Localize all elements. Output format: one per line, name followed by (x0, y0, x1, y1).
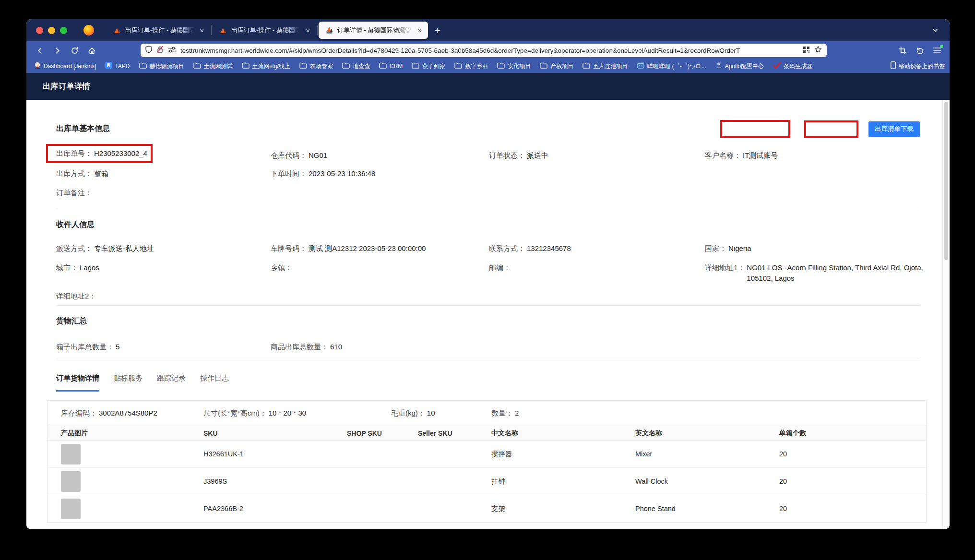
field-town: 乡镇： (271, 262, 489, 273)
field-city: 城市： Lagos (56, 262, 271, 273)
app-menu-button[interactable] (930, 44, 944, 57)
bookmark-folder[interactable]: CRM (379, 62, 403, 71)
tab-labeling-service[interactable]: 贴标服务 (114, 374, 143, 392)
field-total-boxes: 箱子出库总数量： 5 (56, 342, 271, 352)
annotation-box-order-no: 出库单号： H2305233002_4 (46, 144, 153, 163)
firefox-logo-icon (83, 25, 94, 36)
folder-icon (379, 62, 387, 71)
bookmark-tapd[interactable]: TAPD (105, 62, 130, 71)
permissions-icon[interactable] (168, 46, 176, 55)
field-country: 国家： Nigeria (705, 243, 920, 254)
tab-order-goods-detail[interactable]: 订单货物详情 (56, 374, 99, 392)
qr-extension-icon[interactable] (803, 46, 810, 55)
red-checkmark-icon (773, 62, 781, 71)
cell-sku: PAA2366B-2 (203, 505, 347, 512)
jenkins-icon (34, 62, 41, 71)
address-bar[interactable]: testtrunkwmsmgr.hart-worldwide.com/#/ski… (141, 44, 827, 57)
bookmark-folder[interactable]: 土流网stg/线上 (242, 62, 290, 71)
tab-close-icon[interactable]: × (304, 26, 311, 35)
page-title: 出库订单详情 (43, 82, 90, 92)
tab-close-icon[interactable]: × (198, 26, 205, 35)
header-actions: 出库清单下载 (720, 120, 920, 138)
folder-icon (299, 62, 307, 71)
mobile-bookmarks[interactable]: 移动设备上的书签 (891, 61, 945, 71)
folder-icon (412, 62, 419, 71)
section-title-summary: 货物汇总 (56, 316, 920, 326)
back-button[interactable] (33, 44, 47, 57)
bookmark-folder[interactable]: 赫德物流项目 (139, 62, 184, 71)
bookmark-barcode-generator[interactable]: 条码生成器 (773, 62, 812, 71)
tracking-protection-shield-icon[interactable] (145, 46, 152, 55)
tab-1[interactable]: 出库订单-操作 - 赫德国际物流管理 × (107, 22, 210, 39)
field-size: 尺寸(长*宽*高cm)： 10 * 20 * 30 (203, 408, 391, 418)
folder-icon (583, 62, 590, 71)
bookmark-folder[interactable]: 土流网测试 (193, 62, 233, 71)
window-zoom-button[interactable] (60, 27, 67, 34)
undo-restore-icon[interactable] (913, 44, 927, 57)
field-delivery-method: 派送方式： 专车派送-私人地址 (56, 243, 271, 254)
product-image-placeholder (61, 444, 81, 465)
bookmark-bilibili[interactable]: 哔哩哔哩 (゜-゜)つロ... (637, 62, 706, 71)
bookmark-folder[interactable]: 产权项目 (540, 62, 573, 71)
tab-separator (211, 25, 212, 35)
field-zip: 邮编： (489, 262, 705, 273)
cell-per-box: 20 (779, 505, 926, 512)
home-button[interactable] (85, 44, 98, 57)
field-total-items: 商品出库总数量： 610 (271, 342, 489, 352)
bilibili-icon (637, 62, 644, 71)
field-order-status: 订单状态： 派送中 (489, 150, 705, 161)
bookmark-folder[interactable]: 安化项目 (497, 62, 531, 71)
cell-sku: J3969S (203, 477, 347, 485)
tapd-icon (105, 62, 112, 71)
hart-logo-icon (113, 26, 121, 34)
tab-operation-log[interactable]: 操作日志 (200, 374, 229, 392)
new-tab-button[interactable]: + (435, 25, 440, 36)
field-plate-number: 车牌号码： 测试 测A12312 2023-05-23 00:00:00 (271, 243, 489, 254)
tab-3-active[interactable]: 订单详情 - 赫德国际物流管理系统 × (319, 22, 428, 39)
window-controls (36, 27, 67, 34)
url-input[interactable]: testtrunkwmsmgr.hart-worldwide.com/#/ski… (180, 47, 798, 54)
folder-icon (242, 62, 250, 71)
product-image-placeholder (61, 471, 81, 492)
window-minimize-button[interactable] (48, 27, 55, 34)
folder-icon (139, 62, 147, 71)
bookmark-folder[interactable]: 农场管家 (299, 62, 333, 71)
tab-overflow-chevron-icon[interactable] (931, 26, 939, 34)
field-warehouse-code: 仓库代码： NG01 (271, 150, 489, 161)
tab-close-icon[interactable]: × (416, 26, 423, 35)
annotation-box-1 (720, 120, 790, 138)
bookmark-folder[interactable]: 燕子到家 (412, 62, 445, 71)
field-contact: 联系方式： 13212345678 (489, 243, 705, 254)
bookmark-folder[interactable]: 数字乡村 (454, 62, 488, 71)
tab-title: 出库订单-操作 - 赫德国际物流管理 (125, 26, 194, 35)
window-close-button[interactable] (36, 27, 43, 34)
tab-tracking-record[interactable]: 跟踪记录 (157, 374, 186, 392)
reload-button[interactable] (68, 44, 81, 57)
goods-group-box: 库存编码： 3002A8754S80P2 尺寸(长*宽*高cm)： 10 * 2… (47, 400, 927, 523)
bookmarks-toolbar: Dashboard [Jenkins] TAPD 赫德物流项目 土流网测试 土流… (26, 60, 950, 73)
bookmark-apollo[interactable]: Apollo配置中心 (715, 62, 764, 71)
download-outbound-list-button[interactable]: 出库清单下载 (868, 121, 920, 137)
insecure-lock-icon[interactable] (156, 46, 164, 55)
bookmark-jenkins[interactable]: Dashboard [Jenkins] (34, 62, 96, 71)
tab-title: 订单详情 - 赫德国际物流管理系统 (337, 26, 412, 35)
tab-bar: 出库订单-操作 - 赫德国际物流管理 × 出库订单-操作 - 赫德国际物流管理 … (26, 19, 950, 41)
page-scrollbar-track[interactable] (942, 100, 950, 529)
cell-en-name: Wall Clock (635, 477, 779, 485)
order-detail-content: 出库清单下载 出库单基本信息 出库单号： H2305233002_4 仓库代码：… (26, 100, 950, 529)
screenshot-crop-icon[interactable] (896, 44, 909, 57)
cell-en-name: Phone Stand (635, 505, 779, 512)
phone-icon (891, 61, 896, 71)
bookmark-folder[interactable]: 五大连池项目 (583, 62, 628, 71)
field-inventory-code: 库存编码： 3002A8754S80P2 (61, 408, 203, 418)
tab-2[interactable]: 出库订单-操作 - 赫德国际物流管理 × (213, 22, 316, 39)
field-quantity: 数量： 2 (491, 408, 926, 418)
bookmark-star-icon[interactable] (814, 46, 822, 55)
forward-button[interactable] (50, 44, 64, 57)
folder-icon (193, 62, 201, 71)
tab-title: 出库订单-操作 - 赫德国际物流管理 (231, 26, 300, 35)
cell-cn-name: 支架 (491, 504, 635, 513)
bookmark-folder[interactable]: 地查查 (342, 62, 370, 71)
page-scrollbar-thumb[interactable] (944, 102, 948, 260)
inventory-info-row: 库存编码： 3002A8754S80P2 尺寸(长*宽*高cm)： 10 * 2… (48, 401, 926, 426)
